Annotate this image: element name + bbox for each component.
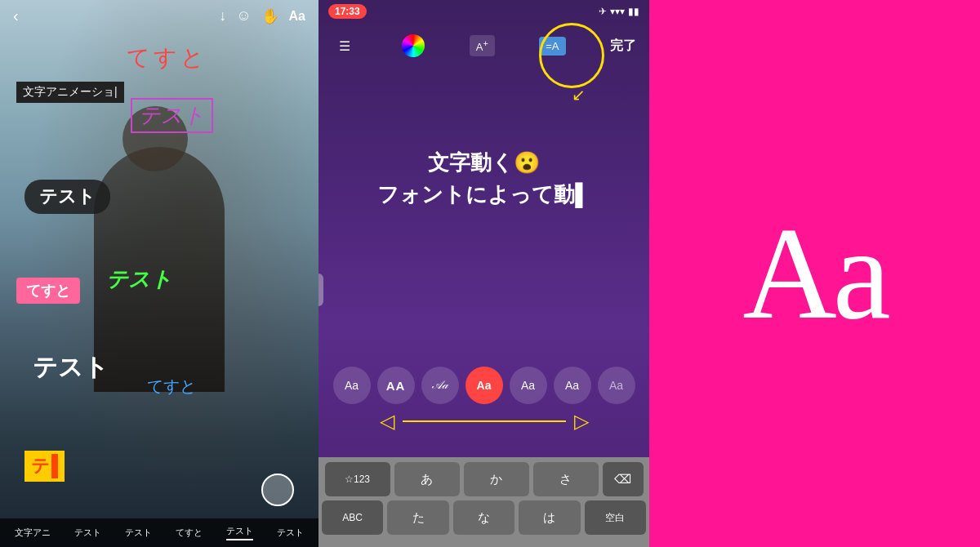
key-ta[interactable]: た [387, 500, 448, 535]
yellow-arrow-right-icon: ▷ [574, 410, 589, 433]
status-bar: 17:33 ✈ ▾▾▾ ▮▮ [318, 0, 649, 23]
middle-main-text: 文字動く😮 フォントによって動▌ [318, 147, 649, 211]
key-ha-label: は [543, 510, 555, 526]
font-option-7[interactable]: Aa [598, 367, 635, 404]
left-top-icons: ↓ ☺ ✋ Aa [219, 7, 305, 25]
aa-font-label[interactable]: Aa [289, 9, 305, 24]
gesture-icon[interactable]: ✋ [261, 7, 279, 25]
menu-icon-btn[interactable]: ☰ [332, 33, 358, 59]
left-bottom-bar: 文字アニ テスト テスト てすと テスト テスト [0, 518, 318, 547]
bottom-label-4: てすと [176, 527, 203, 539]
bottom-label-1: 文字アニ [15, 527, 51, 539]
key-ka[interactable]: か [464, 462, 529, 496]
font-option-6[interactable]: Aa [554, 367, 591, 404]
font-option-5[interactable]: Aa [510, 367, 547, 404]
mini-yellow-box: テ [24, 451, 65, 482]
back-arrow-icon[interactable]: ‹ [13, 7, 19, 25]
key-a-label: あ [421, 472, 433, 487]
bottom-item-6[interactable]: テスト [277, 527, 304, 539]
font-size-label: A+ [476, 41, 488, 53]
font-label-1: Aa [345, 379, 359, 392]
text-tesuto-green: テスト [106, 265, 172, 294]
hamburger-icon: ☰ [339, 38, 350, 54]
key-space[interactable]: 空白 [585, 500, 646, 535]
status-time: 17:33 [328, 4, 367, 19]
delete-icon: ⌫ [614, 472, 631, 487]
right-section: Aa [649, 0, 980, 547]
yellow-arrows-annotation: ◁ ▷ [318, 410, 649, 433]
key-space-label: 空白 [605, 511, 625, 525]
text-tesuto-red: てすと [127, 42, 207, 73]
yellow-box-divider [51, 454, 58, 478]
font-option-4-selected[interactable]: Aa [466, 367, 503, 404]
sticker-icon[interactable]: ☺ [236, 7, 251, 24]
keyboard-row-1: ☆123 あ か さ ⌫ [322, 462, 646, 496]
yellow-arrow-left-icon: ◁ [380, 410, 394, 433]
text-tesuto-pink-box: てすと [16, 278, 80, 304]
text-tesuto-dark-circle: テスト [24, 180, 110, 214]
bottom-label-5: テスト [226, 525, 253, 537]
key-delete[interactable]: ⌫ [603, 462, 644, 496]
keyboard-area: ☆123 あ か さ ⌫ ABC た な [318, 457, 649, 547]
font-label-4: Aa [477, 379, 492, 392]
font-label-2: AA [386, 379, 406, 393]
text-anim-box: 文字アニメーショ| [16, 82, 124, 103]
bottom-item-4[interactable]: てすと [176, 527, 203, 539]
bottom-item-5[interactable]: テスト [226, 525, 253, 540]
side-dot [318, 274, 323, 306]
font-label-5: Aa [521, 379, 535, 392]
bottom-item-3[interactable]: テスト [125, 527, 152, 539]
download-icon[interactable]: ↓ [219, 7, 226, 24]
middle-phone: 17:33 ✈ ▾▾▾ ▮▮ ☰ A+ =A 完了 ↙ 文字動く😮 フォントによ… [318, 0, 649, 547]
font-selector-row: Aa AA 𝒜𝒶 Aa Aa Aa Aa [318, 367, 649, 404]
bottom-item-2[interactable]: テスト [74, 527, 101, 539]
wifi-icon: ▾▾▾ [610, 6, 625, 17]
text-tesuto-white: テスト [33, 351, 109, 385]
key-123-label: ☆123 [345, 474, 370, 485]
key-sa[interactable]: さ [533, 462, 599, 496]
key-ka-label: か [490, 472, 502, 487]
font-aa-btn[interactable]: =A [539, 37, 565, 56]
key-abc[interactable]: ABC [322, 500, 383, 535]
main-text-line2: フォントによって動▌ [335, 179, 633, 211]
font-label-6: Aa [565, 379, 579, 392]
font-label-7: Aa [609, 379, 623, 392]
left-phone: ‹ ↓ ☺ ✋ Aa てすと 文字アニメーショ| テスト テスト てすと テスト… [0, 0, 318, 547]
bottom-label-6: テスト [277, 527, 304, 539]
key-ha[interactable]: は [519, 500, 580, 535]
keyboard-row-2: ABC た な は 空白 [322, 500, 646, 535]
airplane-icon: ✈ [599, 6, 607, 17]
left-phone-bg: ‹ ↓ ☺ ✋ Aa てすと 文字アニメーショ| テスト テスト てすと テスト… [0, 0, 318, 547]
yellow-arrow-line [403, 420, 566, 422]
bottom-label-2: テスト [74, 527, 101, 539]
record-button[interactable] [261, 474, 294, 506]
font-option-3[interactable]: 𝒜𝒶 [421, 367, 459, 404]
left-top-bar: ‹ ↓ ☺ ✋ Aa [0, 0, 318, 32]
key-123[interactable]: ☆123 [325, 462, 390, 496]
color-wheel-btn[interactable] [402, 34, 425, 57]
middle-toolbar: ☰ A+ =A 完了 [318, 26, 649, 65]
big-aa-display: Aa [742, 208, 887, 339]
key-na[interactable]: な [453, 500, 514, 535]
status-icons: ✈ ▾▾▾ ▮▮ [599, 6, 639, 17]
key-ta-label: た [412, 510, 425, 526]
battery-icon: ▮▮ [628, 6, 639, 17]
font-option-1[interactable]: Aa [333, 367, 371, 404]
font-size-btn[interactable]: A+ [470, 35, 495, 56]
key-abc-label: ABC [342, 512, 363, 523]
key-sa-label: さ [559, 472, 572, 487]
font-label-3: 𝒜𝒶 [432, 379, 448, 392]
font-option-2[interactable]: AA [377, 367, 415, 404]
bottom-label-3: テスト [125, 527, 152, 539]
yellow-arrow-down-icon: ↙ [572, 85, 586, 105]
font-aa-label: =A [546, 40, 559, 52]
key-a[interactable]: あ [394, 462, 460, 496]
done-button[interactable]: 完了 [610, 38, 636, 55]
bottom-item-1[interactable]: 文字アニ [15, 527, 51, 539]
key-na-label: な [478, 510, 490, 526]
text-tesuto-blue: てすと [147, 376, 196, 398]
text-tesuto-outline: テスト [131, 98, 213, 133]
main-text-line1: 文字動く😮 [335, 147, 633, 179]
